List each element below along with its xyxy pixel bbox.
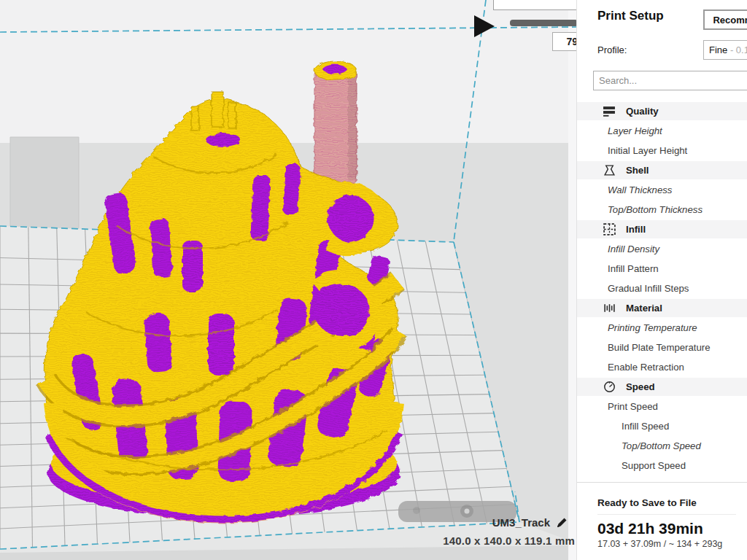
layer-slider-track-top[interactable] (493, 0, 576, 10)
job-status-block: Ready to Save to File 03d 21h 39min 17.0… (577, 482, 747, 549)
setting-printing-temperature[interactable]: Printing Temperature (577, 318, 747, 338)
print-time-estimate: 03d 21h 39min (597, 520, 747, 537)
section-header-material[interactable]: Material (577, 299, 747, 317)
setting-top-bottom-thickness[interactable]: Top/Bottom Thickness (577, 200, 747, 219)
layer-slider[interactable] (510, 20, 576, 26)
section-header-speed[interactable]: Speed (577, 378, 747, 396)
section-label: Material (626, 303, 662, 314)
setting-infill-density[interactable]: Infill Density (577, 239, 747, 259)
settings-search-input[interactable] (593, 71, 747, 90)
scene-canvas[interactable] (0, 0, 576, 560)
setting-initial-layer-height[interactable]: Initial Layer Height (577, 141, 747, 160)
quality-icon (603, 105, 616, 117)
setting-wall-thickness[interactable]: Wall Thickness (577, 180, 747, 200)
panel-gap-strip (568, 0, 576, 560)
material-estimate: 17.03 + 37.09m / ~ 134 + 293g (597, 539, 747, 549)
play-button[interactable] (474, 15, 495, 37)
section-label: Quality (626, 106, 659, 117)
section-header-infill[interactable]: Infill (577, 220, 747, 238)
section-header-shell[interactable]: Shell (577, 161, 747, 179)
status-ready-text: Ready to Save to File (597, 497, 747, 508)
recommended-mode-button[interactable]: Recommended (703, 9, 747, 30)
setting-layer-height[interactable]: Layer Height (577, 121, 747, 141)
setting-top-bottom-speed[interactable]: Top/Bottom Speed (577, 436, 747, 456)
prime-tower[interactable] (314, 61, 357, 182)
shell-icon (603, 164, 616, 176)
profile-label: Profile: (597, 44, 627, 55)
material-icon (603, 302, 616, 314)
setting-support-speed[interactable]: Support Speed (577, 456, 747, 475)
setting-gradual-infill-steps[interactable]: Gradual Infill Steps (577, 279, 747, 298)
profile-dropdown[interactable]: Fine - 0.1 (703, 40, 747, 60)
model-name-label[interactable]: UM3_Track (492, 516, 550, 529)
print-setup-panel: Print Setup Recommended Profile: Fine - … (576, 0, 747, 560)
section-label: Shell (626, 165, 649, 176)
infill-icon (603, 223, 616, 236)
setting-infill-speed[interactable]: Infill Speed (577, 416, 747, 436)
profile-value-suffix: - 0.1 (727, 44, 747, 55)
3d-viewport[interactable]: 79 UM3_Track 140.0 x 140.0 x 119.1 mm (0, 0, 576, 560)
cura-window: 79 UM3_Track 140.0 x 140.0 x 119.1 mm Pr… (0, 0, 747, 560)
section-label: Infill (626, 224, 646, 235)
speed-icon (603, 381, 616, 393)
layer-number-input[interactable]: 79 (552, 32, 576, 51)
rename-pencil-icon[interactable] (554, 516, 569, 530)
setting-build-plate-temperature[interactable]: Build Plate Temperature (577, 338, 747, 357)
setting-print-speed[interactable]: Print Speed (577, 397, 747, 416)
status-divider (597, 514, 736, 515)
panel-title: Print Setup (597, 9, 664, 23)
model-dimensions-label: 140.0 x 140.0 x 119.1 mm (443, 534, 575, 547)
section-header-quality[interactable]: Quality (577, 102, 747, 120)
setting-enable-retraction[interactable]: Enable Retraction (577, 357, 747, 377)
section-label: Speed (626, 381, 655, 392)
profile-value: Fine (709, 44, 727, 55)
setting-infill-pattern[interactable]: Infill Pattern (577, 259, 747, 279)
settings-list: QualityLayer HeightInitial Layer HeightS… (577, 101, 747, 475)
